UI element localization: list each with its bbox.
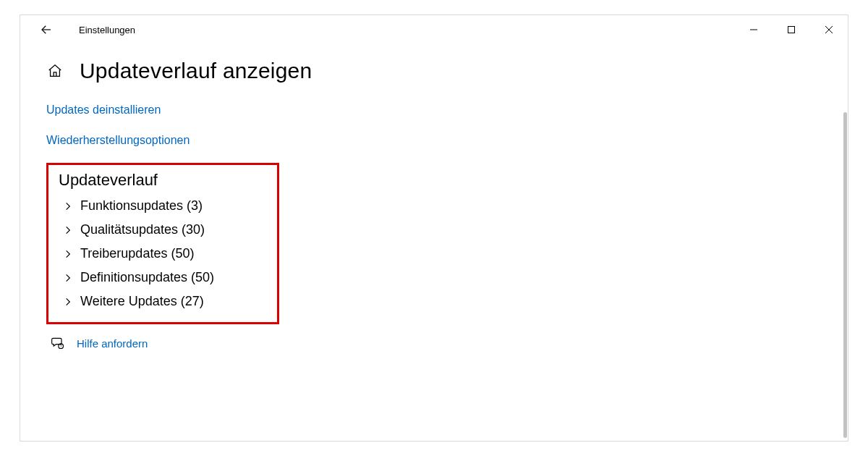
home-icon[interactable] xyxy=(46,62,64,80)
chevron-right-icon xyxy=(59,225,77,235)
scrollbar[interactable] xyxy=(843,112,847,438)
svg-text:?: ? xyxy=(60,344,62,348)
content-area: Updateverlauf anzeigen Updates deinstall… xyxy=(20,44,848,441)
page-title: Updateverlauf anzeigen xyxy=(80,59,312,83)
maximize-button[interactable] xyxy=(773,15,810,44)
close-button[interactable] xyxy=(810,15,848,44)
category-label: Definitionsupdates (50) xyxy=(80,270,214,285)
category-row-definitionsupdates[interactable]: Definitionsupdates (50) xyxy=(59,266,267,290)
back-button[interactable] xyxy=(39,22,54,37)
category-label: Treiberupdates (50) xyxy=(80,246,194,261)
svg-rect-2 xyxy=(788,27,795,33)
category-row-funktionsupdates[interactable]: Funktionsupdates (3) xyxy=(59,194,267,218)
category-label: Qualitätsupdates (30) xyxy=(80,222,205,237)
chevron-right-icon xyxy=(59,273,77,283)
category-label: Funktionsupdates (3) xyxy=(80,198,203,214)
minimize-button[interactable] xyxy=(735,15,773,44)
chevron-right-icon xyxy=(59,249,77,259)
get-help-link[interactable]: Hilfe anfordern xyxy=(77,337,148,350)
category-row-weitere-updates[interactable]: Weitere Updates (27) xyxy=(59,290,267,313)
update-history-highlight: Updateverlauf Funktionsupdates (3) Quali… xyxy=(46,163,279,324)
uninstall-updates-link[interactable]: Updates deinstallieren xyxy=(46,104,822,117)
update-history-heading: Updateverlauf xyxy=(59,171,267,190)
chevron-right-icon xyxy=(59,297,77,307)
recovery-options-link[interactable]: Wiederherstellungsoptionen xyxy=(46,134,822,147)
category-label: Weitere Updates (27) xyxy=(80,294,204,309)
category-row-qualitaetsupdates[interactable]: Qualitätsupdates (30) xyxy=(59,218,267,242)
chevron-right-icon xyxy=(59,201,77,211)
window-title: Einstellungen xyxy=(79,25,135,35)
category-row-treiberupdates[interactable]: Treiberupdates (50) xyxy=(59,242,267,266)
settings-window: Einstellungen Updateverlauf anzeigen xyxy=(20,14,848,442)
titlebar: Einstellungen xyxy=(20,15,848,44)
help-chat-icon: ? xyxy=(51,336,65,350)
